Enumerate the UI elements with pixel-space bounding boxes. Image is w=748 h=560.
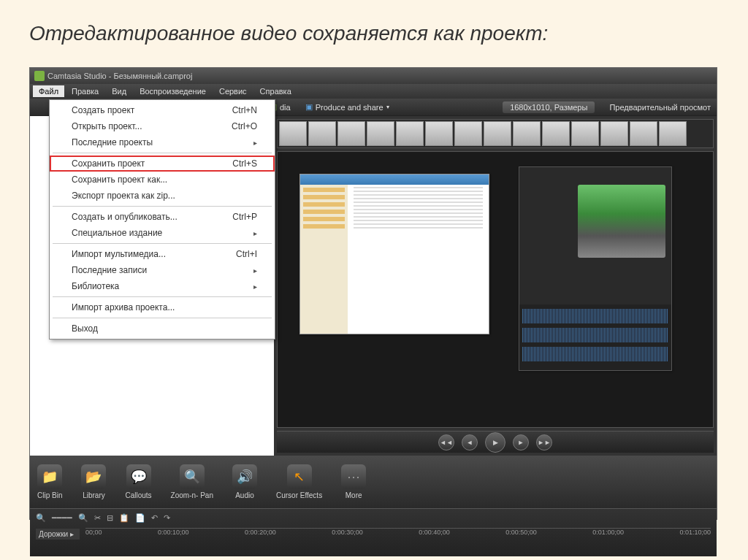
menu-tools[interactable]: Сервис	[213, 85, 253, 97]
menu-item-save-project[interactable]: Сохранить проектCtrl+S	[50, 156, 275, 172]
menu-separator	[53, 243, 272, 244]
titlebar-text: Camtasia Studio - Безымянный.camproj	[47, 72, 192, 80]
tool-tabs: 📁Clip Bin 📂Library 💬Callouts 🔍Zoom-n- Pa…	[30, 456, 717, 508]
play-button[interactable]: ▶	[485, 432, 505, 453]
thumbnail[interactable]	[454, 121, 482, 146]
menu-separator	[53, 318, 272, 318]
thumbnail[interactable]	[571, 121, 599, 146]
timeline-controls: 🔍 ━━━━ 🔍 ✂ ⊟ 📋 📄 ↶ ↷	[30, 509, 717, 526]
menu-item-recent-recordings[interactable]: Последние записи	[50, 262, 275, 278]
preview-panel: ◄◄ ◄ ▶ ► ►►	[274, 116, 717, 456]
thumbnail[interactable]	[367, 121, 394, 146]
preview-mock-window	[299, 174, 489, 334]
titlebar: Camtasia Studio - Безымянный.camproj	[30, 68, 717, 84]
menu-view[interactable]: Вид	[106, 85, 132, 97]
menubar: Файл Правка Вид Воспроизведение Сервис С…	[30, 84, 717, 99]
playback-controls: ◄◄ ◄ ▶ ► ►►	[277, 431, 714, 453]
menu-item-exit[interactable]: Выход	[50, 321, 275, 337]
cut-icon[interactable]: ✂	[94, 513, 101, 523]
thumbnail[interactable]	[513, 121, 541, 146]
tab-zoom-pan[interactable]: 🔍Zoom-n- Pan	[171, 464, 213, 499]
menu-item-library[interactable]: Библиотека	[50, 278, 275, 294]
thumbnail[interactable]	[308, 121, 336, 146]
thumbnail[interactable]	[542, 121, 570, 146]
paste-icon[interactable]: 📄	[135, 513, 145, 523]
prev-button[interactable]: ◄◄	[438, 434, 454, 450]
tracks-label[interactable]: Дорожки ▸	[36, 529, 80, 540]
thumbnail[interactable]	[630, 121, 657, 146]
menu-item-import-media[interactable]: Импорт мультимедиа...Ctrl+I	[50, 246, 275, 262]
file-menu-dropdown: Создать проектCtrl+N Открыть проект...Ct…	[49, 99, 275, 340]
undo-icon[interactable]: ↶	[151, 513, 158, 523]
thumbnail[interactable]	[484, 121, 511, 146]
menu-edit[interactable]: Правка	[66, 85, 104, 97]
tab-audio[interactable]: 🔊Audio	[232, 464, 257, 499]
tab-more[interactable]: ⋯More	[341, 464, 366, 499]
next-button[interactable]: ►►	[536, 434, 552, 450]
zoom-slider[interactable]: ━━━━	[52, 513, 72, 523]
menu-help[interactable]: Справка	[254, 85, 297, 97]
dimensions-selector[interactable]: 1680x1010, Размеры	[503, 101, 595, 113]
app-window: Camtasia Studio - Безымянный.camproj Фай…	[29, 67, 717, 520]
thumbnail[interactable]	[337, 121, 365, 146]
time-tick: 0:01:00;00	[592, 529, 624, 540]
split-icon[interactable]: ⊟	[107, 513, 113, 523]
copy-icon[interactable]: 📋	[119, 513, 129, 523]
menu-item-save-project-as[interactable]: Сохранить проект как...	[50, 172, 275, 188]
step-back-button[interactable]: ◄	[462, 434, 478, 450]
time-tick: 0:00:40;00	[419, 529, 450, 540]
time-tick: 0:00:20;00	[245, 529, 276, 540]
time-tick: 0:01:10;00	[679, 529, 711, 540]
tab-callouts[interactable]: 💬Callouts	[125, 464, 151, 499]
preview-image	[578, 185, 665, 258]
timeline: 🔍 ━━━━ 🔍 ✂ ⊟ 📋 📄 ↶ ↷ Дорожки ▸ 00;00 0:0…	[30, 508, 717, 556]
timeline-ruler[interactable]: 00;00 0:00:10;00 0:00:20;00 0:00:30;00 0…	[85, 528, 711, 540]
menu-file[interactable]: Файл	[33, 85, 64, 97]
menu-separator	[53, 296, 272, 297]
menu-item-recent-projects[interactable]: Последние проекты	[50, 134, 275, 150]
preview-mock-editor	[519, 166, 672, 371]
time-tick: 0:00:50;00	[505, 529, 537, 540]
time-tick: 0:00:30;00	[332, 529, 363, 540]
menu-item-produce[interactable]: Создать и опубликовать...Ctrl+P	[50, 209, 275, 225]
thumbnail-strip[interactable]	[277, 119, 714, 148]
menu-item-import-archive[interactable]: Импорт архива проекта...	[50, 299, 275, 315]
menu-item-open-project[interactable]: Открыть проект...Ctrl+O	[50, 118, 275, 134]
tab-clip-bin[interactable]: 📁Clip Bin	[37, 464, 62, 499]
thumbnail[interactable]	[659, 121, 687, 146]
redo-icon[interactable]: ↷	[164, 513, 170, 523]
thumbnail[interactable]	[425, 121, 453, 146]
menu-item-new-project[interactable]: Создать проектCtrl+N	[50, 102, 275, 118]
thumbnail[interactable]	[600, 121, 628, 146]
menu-item-export-zip[interactable]: Экспорт проекта как zip...	[50, 188, 275, 204]
timeline-track-header: Дорожки ▸ 00;00 0:00:10;00 0:00:20;00 0:…	[30, 526, 717, 541]
thumbnail[interactable]	[396, 121, 424, 146]
zoom-in-icon[interactable]: 🔍	[78, 513, 88, 523]
thumbnail[interactable]	[279, 121, 307, 146]
menu-item-special-edition[interactable]: Специальное издание	[50, 225, 275, 241]
time-tick: 0:00:10;00	[158, 529, 189, 540]
zoom-out-icon[interactable]: 🔍	[36, 513, 46, 523]
menu-play[interactable]: Воспроизведение	[134, 85, 212, 97]
menu-separator	[53, 153, 272, 153]
app-icon	[34, 71, 45, 81]
preview-canvas[interactable]	[277, 151, 714, 428]
menu-separator	[53, 206, 272, 207]
preview-label: Предварительный просмот	[609, 103, 711, 112]
tab-library[interactable]: 📂Library	[81, 464, 106, 499]
slide-title: Отредактированное видео сохраняется как …	[29, 22, 719, 45]
time-tick: 00;00	[85, 529, 102, 540]
tab-cursor-effects[interactable]: ↖Cursor Effects	[276, 464, 322, 499]
step-fwd-button[interactable]: ►	[513, 434, 529, 450]
produce-share-button[interactable]: ▣Produce and share▾	[305, 102, 389, 112]
